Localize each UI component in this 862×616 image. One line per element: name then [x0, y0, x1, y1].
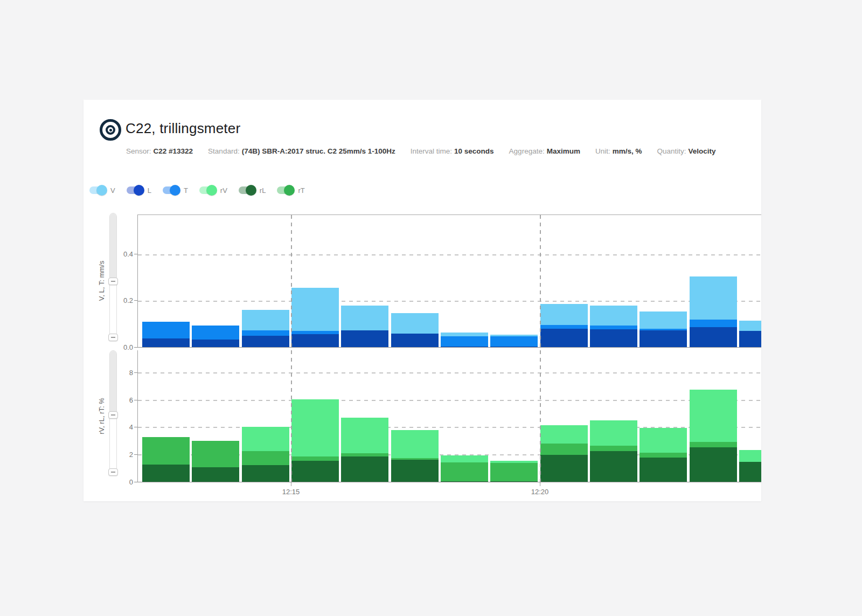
- bar-L-1: [142, 338, 190, 347]
- bar-L-7: [441, 347, 488, 347]
- x-tick-mark: [540, 482, 540, 486]
- y-tick-mark: [134, 372, 137, 373]
- bar-L-6: [391, 334, 439, 347]
- x-tick-label: 12:20: [524, 488, 556, 496]
- bar-rL-12: [690, 447, 737, 482]
- bar-L-4: [291, 334, 339, 347]
- bar-L-10: [590, 329, 637, 347]
- bar-rL-13: [739, 462, 761, 482]
- gridline-x-12:20: [540, 350, 541, 482]
- bar-rL-9: [540, 455, 588, 482]
- bar-L-13: [739, 331, 761, 347]
- bar-rL-3: [242, 465, 289, 482]
- gridline-x-12:15: [291, 350, 292, 482]
- bar-L-3: [242, 336, 289, 347]
- y-tick-label: 6: [108, 396, 133, 405]
- bar-rL-10: [590, 451, 637, 482]
- y-tick-label: 4: [108, 423, 133, 432]
- bar-rL-1: [142, 465, 190, 482]
- bars-layer: [138, 215, 761, 347]
- slider-handle-upper[interactable]: [108, 278, 118, 285]
- y-tick-mark: [134, 347, 137, 348]
- bar-rL-7: [441, 481, 488, 482]
- x-tick-mark: [291, 482, 291, 486]
- slider-fill: [110, 351, 116, 415]
- y-tick-mark: [134, 454, 137, 455]
- gridline-x-12:15: [291, 215, 292, 347]
- y-tick-label: 0.2: [108, 296, 133, 305]
- bar-rT-8: [490, 463, 538, 482]
- bar-rT-7: [441, 462, 488, 482]
- velocity-chart-plot: [137, 214, 761, 348]
- bar-L-12: [690, 327, 737, 347]
- y-tick-mark: [134, 482, 137, 482]
- bar-T-7: [441, 336, 488, 347]
- bar-rL-4: [291, 461, 339, 482]
- y-tick-label: 8: [108, 369, 133, 377]
- slider-fill: [110, 213, 116, 281]
- y-zoom-slider-velocity[interactable]: [109, 213, 117, 341]
- y-tick-label: 0.0: [108, 343, 133, 352]
- y-axis-title-ratio: rV, rL, rT: %: [98, 398, 106, 434]
- slider-handle-lower[interactable]: [108, 334, 118, 341]
- chart-area: V, L, T: mm/s rV, rL, rT: % 0.00.20.4024…: [84, 100, 761, 501]
- bar-rL-6: [391, 460, 439, 482]
- slider-handle-lower[interactable]: [108, 468, 118, 476]
- y-tick-mark: [134, 427, 137, 427]
- gridline-x-12:20: [540, 215, 541, 347]
- bar-T-8: [490, 336, 538, 347]
- bar-rL-5: [341, 456, 388, 482]
- bar-L-2: [192, 340, 239, 347]
- bar-rL-11: [639, 458, 687, 482]
- bar-L-8: [490, 347, 538, 347]
- bar-rL-2: [192, 467, 239, 482]
- bars-layer: [138, 350, 761, 482]
- y-tick-mark: [134, 300, 137, 301]
- y-tick-label: 0.4: [108, 250, 133, 259]
- y-tick-mark: [134, 400, 137, 400]
- y-tick-label: 0: [108, 478, 133, 487]
- bar-L-5: [341, 330, 388, 347]
- y-tick-label: 2: [108, 451, 133, 459]
- ratio-chart-plot: [137, 350, 761, 482]
- bar-L-11: [639, 330, 687, 347]
- y-axis-title-velocity: V, L, T: mm/s: [98, 261, 106, 301]
- y-tick-mark: [134, 254, 137, 254]
- sensor-dashboard-card: C22, trillingsmeter Sensor:C22 #13322Sta…: [84, 100, 761, 501]
- x-tick-label: 12:15: [275, 488, 307, 496]
- bar-L-9: [540, 329, 588, 347]
- slider-handle-upper[interactable]: [108, 411, 118, 419]
- bar-rL-8: [490, 481, 538, 482]
